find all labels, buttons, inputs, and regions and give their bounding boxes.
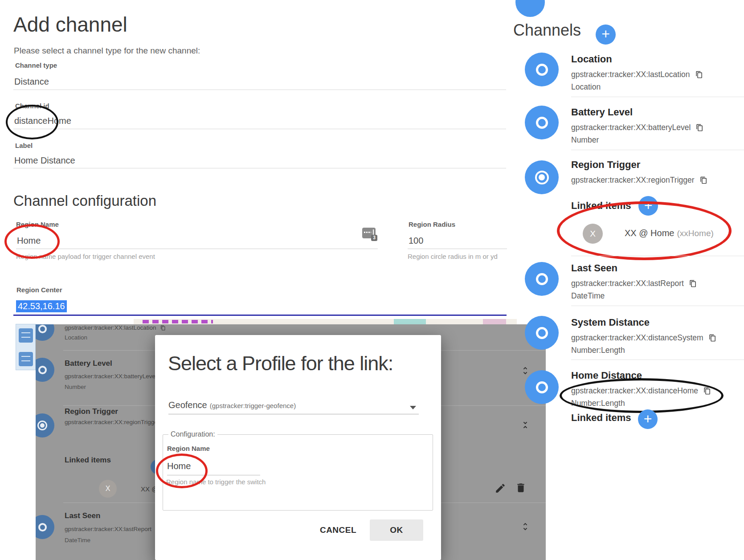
chevron-down-icon[interactable] bbox=[410, 406, 416, 409]
channel-uid: gpstracker:tracker:XX:distanceSystem bbox=[571, 333, 744, 343]
linked-items-label: Linked items bbox=[571, 200, 631, 212]
copy-icon[interactable] bbox=[709, 334, 716, 342]
copy-icon[interactable] bbox=[703, 387, 711, 395]
region-name-hint: Region name payload for trigger channel … bbox=[16, 253, 155, 260]
copy-icon[interactable] bbox=[160, 325, 166, 331]
label-label: Label bbox=[15, 142, 33, 149]
channel-title: Location bbox=[571, 53, 744, 65]
channel-id-underline bbox=[13, 129, 506, 129]
cancel-button[interactable]: CANCEL bbox=[314, 521, 363, 539]
page-title: Add channel bbox=[13, 12, 127, 37]
channel-state-icon bbox=[36, 515, 54, 539]
profile-select-id: (gpstracker:trigger-geofence) bbox=[210, 402, 296, 409]
channel-row: Home Distance gpstracker:tracker:XX:dist… bbox=[571, 370, 744, 408]
region-name-underline bbox=[16, 249, 378, 249]
channel-type: Number:Length bbox=[571, 346, 744, 355]
copy-icon[interactable] bbox=[689, 279, 697, 288]
map-zoom-widget bbox=[16, 324, 36, 370]
label-input[interactable]: Home Distance bbox=[14, 155, 75, 166]
profile-dialog: Select a Profile for the link: Geofence(… bbox=[155, 335, 441, 560]
form-filler-dots bbox=[364, 232, 371, 233]
copy-icon[interactable] bbox=[696, 123, 703, 132]
region-center-input[interactable]: 42.53,16.16 bbox=[16, 300, 67, 312]
region-center-label: Region Center bbox=[16, 286, 62, 294]
map-strip-pink-fragment bbox=[483, 319, 506, 324]
region-name-label: Region Name bbox=[16, 221, 59, 228]
map-strip-magenta-fragment bbox=[143, 320, 213, 323]
map-zoom-out-button[interactable] bbox=[19, 352, 33, 366]
form-filler-icon[interactable]: 3 bbox=[362, 228, 376, 238]
channel-id-input[interactable]: distanceHome bbox=[14, 116, 71, 126]
dialog-region-name-underline bbox=[167, 475, 260, 475]
channel-state-icon bbox=[525, 53, 559, 86]
map-zoom-in-button[interactable] bbox=[19, 328, 33, 343]
channel-uid: gpstracker:tracker:XX:lastReport bbox=[571, 279, 744, 288]
region-radius-input[interactable]: 100 bbox=[409, 236, 423, 246]
channel-state-icon bbox=[525, 262, 559, 296]
channel-uid: gpstracker:tracker:XX:batteryLevel bbox=[65, 373, 157, 380]
region-name-input[interactable]: Home bbox=[17, 236, 41, 246]
profile-select-value: Geofence bbox=[168, 400, 207, 410]
channel-type: Number bbox=[65, 384, 86, 390]
channel-state-icon bbox=[525, 316, 559, 350]
add-linked-item-button[interactable] bbox=[638, 196, 658, 216]
add-linked-item-button[interactable] bbox=[638, 409, 658, 429]
region-radius-label: Region Radius bbox=[409, 221, 455, 228]
channel-title: Region Trigger bbox=[65, 407, 118, 416]
page: Add channel Please select a channel type… bbox=[0, 0, 744, 560]
channel-type-select[interactable]: Distance bbox=[14, 77, 49, 87]
channel-state-icon bbox=[36, 324, 54, 341]
channel-row: Last Seen gpstracker:tracker:XX:lastRepo… bbox=[571, 262, 744, 301]
channel-configuration-title: Channel configuration bbox=[13, 192, 156, 209]
region-radius-hint: Region circle radius in m or yd bbox=[408, 253, 498, 260]
page-subtitle: Please select a channel type for the new… bbox=[14, 46, 200, 56]
configuration-legend: Configuration: bbox=[168, 430, 217, 438]
dialog-region-name-input[interactable]: Home bbox=[167, 461, 191, 471]
row-divider bbox=[571, 150, 744, 150]
copy-icon[interactable] bbox=[695, 70, 703, 79]
profile-select[interactable]: Geofence(gpstracker:trigger-geofence) bbox=[168, 400, 296, 410]
channel-state-icon bbox=[525, 370, 559, 404]
cut-off-channel-icon bbox=[515, 0, 545, 17]
channel-trigger-icon bbox=[36, 413, 54, 437]
channel-row: Region Trigger gpstracker:tracker:XX:reg… bbox=[571, 159, 744, 185]
channel-type: Location bbox=[65, 334, 87, 341]
channel-title: Home Distance bbox=[571, 370, 744, 381]
add-channel-button[interactable] bbox=[596, 25, 616, 45]
unfold-more-icon[interactable] bbox=[520, 519, 530, 534]
row-divider bbox=[571, 360, 744, 360]
channel-id-label: Channel id bbox=[15, 102, 49, 110]
channel-row: Battery Level gpstracker:tracker:XX:batt… bbox=[571, 106, 744, 145]
channel-row: System Distance gpstracker:tracker:XX:di… bbox=[571, 317, 744, 355]
channel-state-icon bbox=[525, 106, 559, 139]
channel-type: DateTime bbox=[65, 537, 90, 544]
channel-state-icon bbox=[36, 358, 54, 382]
channel-type: DateTime bbox=[571, 291, 744, 301]
row-divider bbox=[571, 306, 744, 306]
channel-title: Region Trigger bbox=[571, 159, 744, 171]
linked-items-label: Linked items bbox=[65, 456, 111, 465]
channel-title: System Distance bbox=[571, 317, 744, 328]
edit-pencil-icon[interactable] bbox=[495, 482, 506, 494]
ok-button[interactable]: OK bbox=[370, 519, 423, 541]
row-divider bbox=[571, 256, 744, 256]
channel-title: Last Seen bbox=[65, 511, 100, 520]
unfold-less-icon[interactable] bbox=[520, 418, 530, 432]
row-divider bbox=[571, 97, 744, 97]
region-radius-underline bbox=[408, 249, 507, 249]
delete-trash-icon[interactable] bbox=[515, 482, 527, 494]
linked-item-avatar: X bbox=[99, 480, 117, 498]
channel-row: Location gpstracker:tracker:XX:lastLocat… bbox=[571, 53, 744, 92]
copy-icon[interactable] bbox=[700, 176, 707, 184]
linked-items-label: Linked items bbox=[571, 412, 631, 424]
channel-type-underline bbox=[13, 90, 506, 90]
channel-uid: gpstracker:tracker:XX:batteryLevel bbox=[571, 123, 744, 132]
linked-item-avatar: X bbox=[583, 224, 603, 244]
channel-uid: gpstracker:tracker:XX:distanceHome bbox=[571, 386, 744, 396]
channel-uid: gpstracker:tracker:XX:regionTrigger bbox=[571, 176, 744, 185]
channel-uid: gpstracker:tracker:XX:regionTrigger bbox=[65, 419, 159, 425]
linked-item-profile: (xxHome) bbox=[677, 229, 713, 238]
region-center-focus-underline bbox=[13, 315, 507, 316]
linked-item-label[interactable]: XX @ Home(xxHome) bbox=[625, 228, 714, 238]
dialog-title: Select a Profile for the link: bbox=[168, 352, 393, 375]
